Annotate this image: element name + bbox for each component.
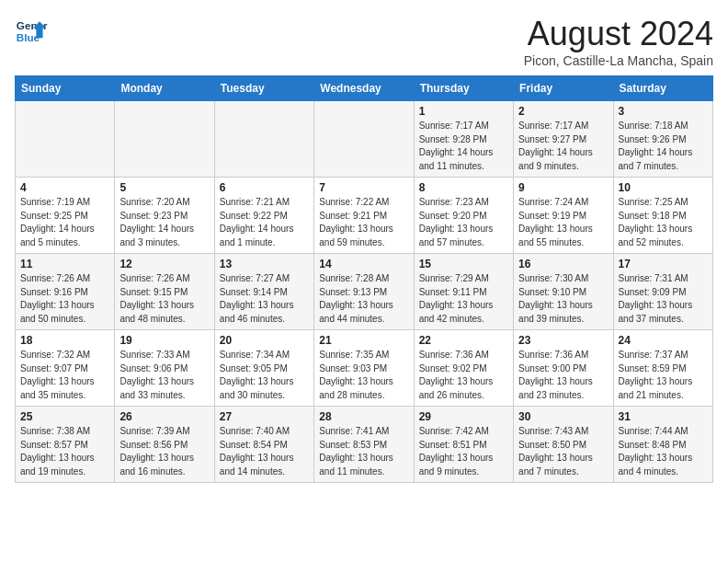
day-number: 25 [20, 410, 109, 423]
calendar-cell: 13Sunrise: 7:27 AM Sunset: 9:14 PM Dayli… [214, 254, 313, 330]
calendar-week-row: 4Sunrise: 7:19 AM Sunset: 9:25 PM Daylig… [16, 178, 713, 254]
day-info: Sunrise: 7:29 AM Sunset: 9:11 PM Dayligh… [419, 272, 508, 326]
day-number: 26 [119, 410, 209, 423]
day-info: Sunrise: 7:26 AM Sunset: 9:16 PM Dayligh… [20, 272, 109, 326]
calendar-cell: 12Sunrise: 7:26 AM Sunset: 9:15 PM Dayli… [115, 254, 214, 330]
day-info: Sunrise: 7:40 AM Sunset: 8:54 PM Dayligh… [220, 425, 309, 478]
day-number: 29 [419, 410, 508, 423]
day-number: 13 [220, 258, 309, 270]
calendar-cell: 16Sunrise: 7:30 AM Sunset: 9:10 PM Dayli… [514, 254, 613, 330]
day-info: Sunrise: 7:33 AM Sunset: 9:06 PM Dayligh… [119, 349, 209, 402]
day-info: Sunrise: 7:32 AM Sunset: 9:07 PM Dayligh… [20, 349, 109, 402]
day-info: Sunrise: 7:37 AM Sunset: 8:59 PM Dayligh… [619, 349, 708, 402]
day-info: Sunrise: 7:41 AM Sunset: 8:53 PM Dayligh… [319, 425, 408, 478]
weekday-header: Sunday [16, 76, 115, 101]
day-info: Sunrise: 7:44 AM Sunset: 8:48 PM Dayligh… [619, 425, 708, 478]
calendar-cell: 8Sunrise: 7:23 AM Sunset: 9:20 PM Daylig… [414, 178, 513, 254]
calendar-cell: 20Sunrise: 7:34 AM Sunset: 9:05 PM Dayli… [214, 330, 313, 407]
weekday-header: Tuesday [214, 76, 313, 101]
calendar-cell: 26Sunrise: 7:39 AM Sunset: 8:56 PM Dayli… [115, 407, 214, 483]
day-info: Sunrise: 7:39 AM Sunset: 8:56 PM Dayligh… [119, 425, 209, 478]
weekday-header-row: SundayMondayTuesdayWednesdayThursdayFrid… [16, 76, 713, 101]
calendar-cell: 19Sunrise: 7:33 AM Sunset: 9:06 PM Dayli… [115, 330, 214, 407]
calendar-cell: 4Sunrise: 7:19 AM Sunset: 9:25 PM Daylig… [16, 178, 115, 254]
day-info: Sunrise: 7:27 AM Sunset: 9:14 PM Dayligh… [220, 272, 309, 326]
calendar-cell: 14Sunrise: 7:28 AM Sunset: 9:13 PM Dayli… [314, 254, 414, 330]
calendar-cell [16, 101, 115, 178]
day-number: 30 [518, 410, 608, 423]
calendar-cell: 22Sunrise: 7:36 AM Sunset: 9:02 PM Dayli… [414, 330, 513, 407]
day-info: Sunrise: 7:30 AM Sunset: 9:10 PM Dayligh… [518, 272, 608, 326]
day-info: Sunrise: 7:42 AM Sunset: 8:51 PM Dayligh… [419, 425, 508, 478]
day-number: 23 [518, 334, 608, 347]
day-number: 5 [119, 181, 209, 194]
weekday-header: Friday [514, 76, 613, 101]
calendar-cell [214, 101, 313, 178]
calendar-week-row: 18Sunrise: 7:32 AM Sunset: 9:07 PM Dayli… [16, 330, 713, 407]
day-number: 9 [518, 181, 608, 194]
day-number: 2 [518, 105, 608, 118]
day-info: Sunrise: 7:36 AM Sunset: 9:02 PM Dayligh… [419, 349, 508, 402]
calendar-cell [314, 101, 414, 178]
calendar-cell: 17Sunrise: 7:31 AM Sunset: 9:09 PM Dayli… [613, 254, 712, 330]
month-year-title: August 2024 [524, 15, 713, 53]
day-number: 14 [319, 258, 408, 270]
calendar-cell: 3Sunrise: 7:18 AM Sunset: 9:26 PM Daylig… [613, 101, 712, 178]
day-info: Sunrise: 7:21 AM Sunset: 9:22 PM Dayligh… [220, 196, 309, 249]
day-number: 20 [220, 334, 309, 347]
calendar-week-row: 1Sunrise: 7:17 AM Sunset: 9:28 PM Daylig… [16, 101, 713, 178]
day-number: 15 [419, 258, 508, 270]
day-info: Sunrise: 7:25 AM Sunset: 9:18 PM Dayligh… [619, 196, 708, 249]
day-number: 24 [619, 334, 708, 347]
calendar-cell: 7Sunrise: 7:22 AM Sunset: 9:21 PM Daylig… [314, 178, 414, 254]
title-area: August 2024 Picon, Castille-La Mancha, S… [524, 15, 713, 68]
day-number: 12 [119, 258, 209, 270]
day-number: 22 [419, 334, 508, 347]
day-info: Sunrise: 7:28 AM Sunset: 9:13 PM Dayligh… [319, 272, 408, 326]
day-info: Sunrise: 7:43 AM Sunset: 8:50 PM Dayligh… [518, 425, 608, 478]
calendar-cell: 1Sunrise: 7:17 AM Sunset: 9:28 PM Daylig… [414, 101, 513, 178]
day-info: Sunrise: 7:34 AM Sunset: 9:05 PM Dayligh… [220, 349, 309, 402]
weekday-header: Saturday [613, 76, 712, 101]
day-info: Sunrise: 7:36 AM Sunset: 9:00 PM Dayligh… [518, 349, 608, 402]
calendar-cell: 28Sunrise: 7:41 AM Sunset: 8:53 PM Dayli… [314, 407, 414, 483]
calendar-cell: 30Sunrise: 7:43 AM Sunset: 8:50 PM Dayli… [514, 407, 613, 483]
day-number: 18 [20, 334, 109, 347]
calendar-cell: 5Sunrise: 7:20 AM Sunset: 9:23 PM Daylig… [115, 178, 214, 254]
day-number: 19 [119, 334, 209, 347]
calendar-cell [115, 101, 214, 178]
calendar-cell: 18Sunrise: 7:32 AM Sunset: 9:07 PM Dayli… [16, 330, 115, 407]
calendar-cell: 2Sunrise: 7:17 AM Sunset: 9:27 PM Daylig… [514, 101, 613, 178]
calendar-cell: 25Sunrise: 7:38 AM Sunset: 8:57 PM Dayli… [16, 407, 115, 483]
day-info: Sunrise: 7:18 AM Sunset: 9:26 PM Dayligh… [619, 120, 708, 173]
calendar-cell: 11Sunrise: 7:26 AM Sunset: 9:16 PM Dayli… [16, 254, 115, 330]
calendar-cell: 29Sunrise: 7:42 AM Sunset: 8:51 PM Dayli… [414, 407, 513, 483]
calendar-week-row: 11Sunrise: 7:26 AM Sunset: 9:16 PM Dayli… [16, 254, 713, 330]
day-number: 4 [20, 181, 109, 194]
day-info: Sunrise: 7:24 AM Sunset: 9:19 PM Dayligh… [518, 196, 608, 249]
day-number: 6 [220, 181, 309, 194]
day-number: 21 [319, 334, 408, 347]
day-number: 7 [319, 181, 408, 194]
day-number: 28 [319, 410, 408, 423]
calendar-cell: 27Sunrise: 7:40 AM Sunset: 8:54 PM Dayli… [214, 407, 313, 483]
day-info: Sunrise: 7:19 AM Sunset: 9:25 PM Dayligh… [20, 196, 109, 249]
calendar-cell: 15Sunrise: 7:29 AM Sunset: 9:11 PM Dayli… [414, 254, 513, 330]
location-subtitle: Picon, Castille-La Mancha, Spain [524, 53, 713, 68]
day-number: 8 [419, 181, 508, 194]
day-number: 3 [619, 105, 708, 118]
weekday-header: Monday [115, 76, 214, 101]
calendar-table: SundayMondayTuesdayWednesdayThursdayFrid… [15, 75, 713, 483]
day-number: 10 [619, 181, 708, 194]
logo: General Blue [15, 15, 48, 48]
calendar-cell: 6Sunrise: 7:21 AM Sunset: 9:22 PM Daylig… [214, 178, 313, 254]
weekday-header: Wednesday [314, 76, 414, 101]
logo-icon: General Blue [15, 15, 48, 48]
day-info: Sunrise: 7:17 AM Sunset: 9:28 PM Dayligh… [419, 120, 508, 173]
day-info: Sunrise: 7:35 AM Sunset: 9:03 PM Dayligh… [319, 349, 408, 402]
day-info: Sunrise: 7:22 AM Sunset: 9:21 PM Dayligh… [319, 196, 408, 249]
day-info: Sunrise: 7:20 AM Sunset: 9:23 PM Dayligh… [119, 196, 209, 249]
calendar-cell: 31Sunrise: 7:44 AM Sunset: 8:48 PM Dayli… [613, 407, 712, 483]
calendar-cell: 24Sunrise: 7:37 AM Sunset: 8:59 PM Dayli… [613, 330, 712, 407]
page-header: General Blue August 2024 Picon, Castille… [15, 15, 713, 68]
